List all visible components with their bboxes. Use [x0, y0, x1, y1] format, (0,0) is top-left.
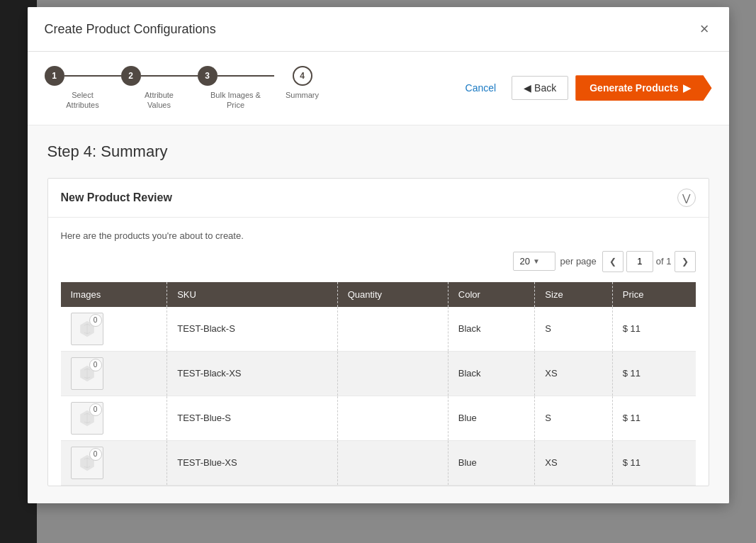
image-badge-3: 0: [89, 448, 102, 461]
cell-color-3: Blue: [448, 440, 535, 485]
per-page-label: per page: [560, 256, 596, 267]
step-3-label: Bulk Images &Price: [208, 90, 264, 111]
per-page-value: 20: [519, 256, 529, 267]
cell-price-0: $ 11: [612, 307, 695, 352]
close-button[interactable]: ×: [697, 18, 712, 40]
review-header: New Product Review ⋁: [48, 179, 709, 218]
wizard-step-2: 2 AttributeValues: [121, 66, 198, 111]
review-section: New Product Review ⋁ Here are the produc…: [47, 178, 709, 486]
modal-dialog: Create Product Configurations × 1 Select…: [37, 7, 729, 503]
cell-sku-0: TEST-Black-S: [167, 307, 338, 352]
step-1-label: SelectAttributes: [55, 90, 111, 111]
step-1-circle: 1: [45, 66, 64, 86]
next-page-button[interactable]: ❯: [675, 251, 696, 272]
wizard-bar: 1 SelectAttributes 2 AttributeValues: [37, 52, 729, 125]
dropdown-arrow-icon: ▼: [533, 257, 540, 265]
cell-quantity-0: [337, 307, 448, 352]
cell-image-1: 0: [61, 351, 167, 396]
col-quantity: Quantity: [337, 282, 448, 307]
step-2-label: AttributeValues: [131, 90, 188, 111]
cell-color-1: Black: [448, 351, 535, 396]
cell-size-3: XS: [535, 440, 612, 485]
cell-sku-3: TEST-Blue-XS: [167, 440, 338, 485]
cell-size-1: XS: [535, 351, 612, 396]
image-badge-1: 0: [89, 359, 102, 371]
review-description: Here are the products you're about to cr…: [61, 230, 696, 241]
page-navigation: ❮ of 1 ❯: [602, 251, 696, 272]
col-price: Price: [612, 282, 695, 307]
cell-size-2: S: [535, 396, 612, 440]
review-body: Here are the products you're about to cr…: [48, 218, 709, 486]
cell-color-0: Black: [448, 307, 535, 352]
back-arrow-icon: ◀: [524, 82, 531, 94]
wizard-step-3: 3 Bulk Images &Price: [198, 66, 274, 111]
pagination-controls: 20 ▼ per page ❮ of 1 ❯: [61, 251, 696, 272]
cell-price-1: $ 11: [612, 351, 695, 396]
modal-body: Step 4: Summary New Product Review ⋁ Her…: [37, 125, 729, 503]
collapse-button[interactable]: ⋁: [677, 189, 696, 207]
page-background: Create Product Configurations × 1 Select…: [0, 0, 756, 543]
cell-price-2: $ 11: [612, 396, 695, 440]
table-header-row: Images SKU Quantity Color Size Price: [61, 282, 696, 307]
cell-image-0: 0: [61, 307, 167, 352]
wizard-steps: 1 SelectAttributes 2 AttributeValues: [45, 66, 331, 111]
page-number-input[interactable]: [626, 251, 653, 272]
back-button[interactable]: ◀ Back: [512, 76, 568, 100]
modal-header: Create Product Configurations ×: [37, 7, 729, 52]
step-line-2: [141, 75, 198, 77]
image-badge-2: 0: [89, 403, 102, 416]
step-line-3: [218, 75, 274, 77]
table-row: 0 TEST-Blue-XS Blue XS $ 11: [61, 440, 696, 485]
step-2-circle: 2: [121, 66, 141, 86]
main-area: Create Product Configurations × 1 Select…: [37, 0, 756, 543]
cancel-button[interactable]: Cancel: [457, 77, 505, 99]
wizard-step-4: 4 Summary: [274, 66, 331, 100]
image-cell-2: 0: [71, 402, 103, 435]
step-4-label: Summary: [274, 90, 331, 100]
step-4-circle: 4: [293, 66, 312, 86]
table-row: 0 TEST-Blue-S Blue S $ 11: [61, 396, 696, 440]
image-badge-0: 0: [89, 314, 102, 327]
col-sku: SKU: [167, 282, 338, 307]
col-size: Size: [535, 282, 612, 307]
per-page-select: 20 ▼ per page: [513, 252, 596, 271]
image-cell-3: 0: [71, 447, 103, 479]
wizard-step-1: 1 SelectAttributes: [45, 66, 121, 111]
wizard-actions: Cancel ◀ Back Generate Products ▶: [457, 75, 712, 101]
generate-products-button[interactable]: Generate Products ▶: [575, 75, 711, 101]
cell-sku-1: TEST-Black-XS: [167, 351, 338, 396]
table-row: 0 TEST-Black-S Black S $ 11: [61, 307, 696, 352]
page-total: of 1: [656, 256, 672, 267]
image-cell-1: 0: [71, 357, 103, 390]
back-label: Back: [534, 82, 556, 94]
prev-page-button[interactable]: ❮: [602, 251, 624, 272]
cell-quantity-3: [337, 440, 448, 485]
col-images: Images: [61, 282, 167, 307]
generate-label: Generate Products: [589, 82, 678, 94]
step-line-1: [64, 75, 121, 77]
modal-overlay: Create Product Configurations × 1 Select…: [37, 0, 756, 543]
step-heading: Step 4: Summary: [47, 142, 709, 161]
cell-image-2: 0: [61, 396, 167, 440]
cell-quantity-2: [337, 396, 448, 440]
cell-size-0: S: [535, 307, 612, 352]
cell-image-3: 0: [61, 440, 167, 485]
cell-quantity-1: [337, 351, 448, 396]
generate-arrow-icon: ▶: [683, 82, 691, 94]
modal-title: Create Product Configurations: [45, 22, 216, 37]
cell-price-3: $ 11: [612, 440, 695, 485]
step-3-circle: 3: [198, 66, 218, 86]
cell-sku-2: TEST-Blue-S: [167, 396, 338, 440]
image-cell-0: 0: [71, 313, 103, 345]
per-page-dropdown[interactable]: 20 ▼: [513, 252, 555, 271]
review-title: New Product Review: [61, 191, 172, 204]
table-row: 0 TEST-Black-XS Black XS $ 11: [61, 351, 696, 396]
product-table: Images SKU Quantity Color Size Price: [61, 282, 696, 486]
cell-color-2: Blue: [448, 396, 535, 440]
col-color: Color: [448, 282, 535, 307]
